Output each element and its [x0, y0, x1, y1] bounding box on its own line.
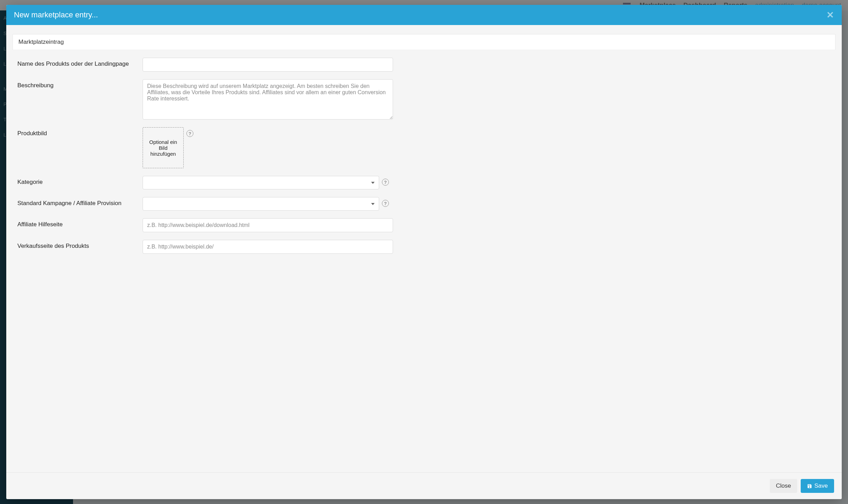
row-category: Kategorie ?	[17, 176, 831, 189]
label-campaign: Standard Kampagne / Affiliate Provision	[17, 197, 143, 207]
help-page-input[interactable]	[143, 218, 393, 232]
section-tab-marktplatzeintrag[interactable]: Marktplatzeintrag	[13, 34, 835, 50]
help-icon[interactable]: ?	[382, 179, 389, 186]
modal-footer: Close Save	[6, 472, 842, 499]
description-textarea[interactable]	[143, 79, 393, 120]
row-description: Beschreibung	[17, 79, 831, 120]
label-sales-page: Verkaufsseite des Produkts	[17, 240, 143, 250]
image-dropzone[interactable]: Optional ein Bild hinzufügen	[143, 127, 184, 168]
row-name: Name des Produkts oder der Landingpage	[17, 58, 831, 72]
modal-new-marketplace-entry: New marketplace entry... ✕ Marktplatzein…	[6, 5, 842, 499]
row-help-page: Affiliate Hilfeseite	[17, 218, 831, 232]
image-drop-text: Optional ein Bild hinzufügen	[146, 139, 181, 157]
row-sales-page: Verkaufsseite des Produkts	[17, 240, 831, 254]
label-category: Kategorie	[17, 176, 143, 186]
save-button-label: Save	[814, 482, 828, 489]
save-icon	[807, 483, 812, 489]
modal-body: Marktplatzeintrag Name des Produkts oder…	[6, 25, 842, 472]
label-help-page: Affiliate Hilfeseite	[17, 218, 143, 228]
close-icon[interactable]: ✕	[826, 10, 834, 19]
label-description: Beschreibung	[17, 79, 143, 89]
help-icon[interactable]: ?	[382, 200, 389, 207]
modal-header: New marketplace entry... ✕	[6, 5, 842, 25]
row-campaign: Standard Kampagne / Affiliate Provision …	[17, 197, 831, 211]
close-button[interactable]: Close	[770, 479, 797, 493]
category-select[interactable]	[143, 176, 379, 189]
sales-page-input[interactable]	[143, 240, 393, 254]
modal-title: New marketplace entry...	[14, 10, 98, 19]
product-name-input[interactable]	[143, 58, 393, 72]
save-button[interactable]: Save	[801, 479, 834, 493]
label-image: Produktbild	[17, 127, 143, 137]
help-icon[interactable]: ?	[186, 130, 193, 137]
campaign-select[interactable]	[143, 197, 379, 211]
form: Name des Produkts oder der Landingpage B…	[13, 58, 835, 254]
label-name: Name des Produkts oder der Landingpage	[17, 58, 143, 67]
row-image: Produktbild Optional ein Bild hinzufügen…	[17, 127, 831, 168]
